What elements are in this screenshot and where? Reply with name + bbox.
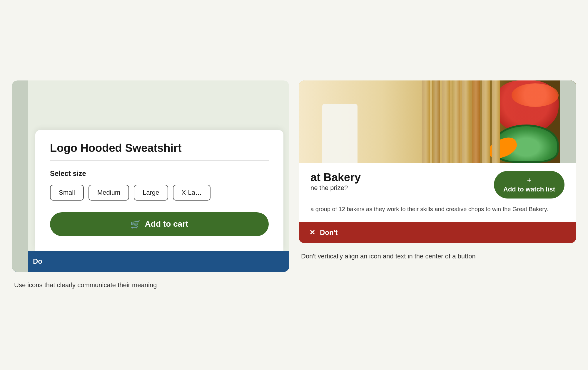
product-image [299, 80, 576, 163]
cart-icon: 🛒 [131, 219, 141, 229]
do-panel: Logo Hooded Sweatshirt Select size Small… [12, 80, 289, 290]
do-label-bar: ✓ Do [12, 251, 289, 272]
plus-icon: + [527, 176, 531, 184]
bakery-text-group: at Bakery ne the prize? [310, 171, 361, 197]
size-large[interactable]: Large [134, 185, 168, 201]
bakery-title: at Bakery [310, 171, 361, 184]
add-to-cart-button[interactable]: 🛒 Add to cart [50, 212, 269, 236]
dont-description: Don't vertically align an icon and text … [299, 243, 576, 261]
add-to-watch-list-button[interactable]: + Add to watch list [494, 171, 564, 199]
product-info-row: at Bakery ne the prize? + Add to watch l… [310, 171, 564, 199]
wood-slats [422, 80, 500, 163]
do-label-text: Do [33, 257, 42, 265]
size-medium[interactable]: Medium [88, 185, 129, 201]
product-info: at Bakery ne the prize? + Add to watch l… [299, 163, 576, 222]
size-options: Small Medium Large X-La… [50, 185, 269, 201]
product-title: Logo Hooded Sweatshirt [50, 142, 269, 154]
product-modal: Logo Hooded Sweatshirt Select size Small… [35, 130, 283, 251]
main-container: Logo Hooded Sweatshirt Select size Small… [12, 80, 576, 290]
bakery-subtitle: ne the prize? [310, 184, 361, 192]
dont-label-bar: ✕ Don't [299, 222, 576, 243]
image-bg [299, 80, 576, 163]
size-xlarge[interactable]: X-La… [173, 185, 211, 201]
dont-x-icon: ✕ [309, 228, 315, 237]
dont-panel: at Bakery ne the prize? + Add to watch l… [299, 80, 576, 261]
product-title-area: Logo Hooded Sweatshirt [50, 142, 269, 160]
modal-divider [50, 160, 269, 161]
do-card-background: Logo Hooded Sweatshirt Select size Small… [12, 80, 289, 251]
dont-card: at Bakery ne the prize? + Add to watch l… [299, 80, 576, 243]
select-size-label: Select size [50, 169, 269, 178]
bakery-description: a group of 12 bakers as they work to the… [310, 204, 564, 214]
size-small[interactable]: Small [50, 185, 84, 201]
add-watch-label: Add to watch list [503, 186, 555, 193]
do-description: Use icons that clearly communicate their… [12, 272, 289, 290]
dont-label-text: Don't [320, 228, 338, 237]
do-card: Logo Hooded Sweatshirt Select size Small… [12, 80, 289, 272]
add-to-cart-label: Add to cart [145, 219, 188, 229]
